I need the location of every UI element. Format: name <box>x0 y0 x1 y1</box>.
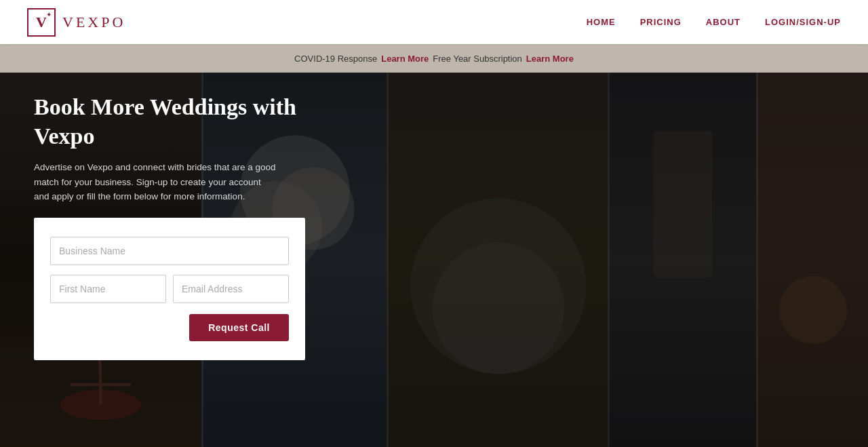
name-email-row <box>50 275 289 303</box>
announcement-bar: COVID-19 Response Learn More Free Year S… <box>0 44 868 73</box>
hero-subtitle: Advertise on Vexpo and connect with brid… <box>34 160 278 204</box>
announcement-middle: Free Year Subscription <box>433 54 522 64</box>
first-name-input[interactable] <box>50 275 166 303</box>
business-name-input[interactable] <box>50 237 289 265</box>
nav-login[interactable]: LOGIN/SIGN-UP <box>765 17 841 27</box>
navbar: V ✦ VEXPO HOME PRICING ABOUT LOGIN/SIGN-… <box>0 0 868 44</box>
logo-curl-icon: ✦ <box>46 11 52 18</box>
announcement-prefix: COVID-19 Response <box>294 54 377 64</box>
contact-form: Request Call <box>34 218 305 360</box>
nav-pricing[interactable]: PRICING <box>640 17 682 27</box>
announcement-link1[interactable]: Learn More <box>381 54 429 64</box>
logo-letter: V <box>36 15 47 30</box>
form-actions: Request Call <box>50 314 289 341</box>
logo[interactable]: V ✦ VEXPO <box>27 8 125 37</box>
nav-about[interactable]: ABOUT <box>706 17 741 27</box>
business-name-row <box>50 237 289 265</box>
hero-content: Book More Weddings with Vexpo Advertise … <box>0 73 868 447</box>
hero-title: Book More Weddings with Vexpo <box>34 93 319 151</box>
nav-links: HOME PRICING ABOUT LOGIN/SIGN-UP <box>587 17 841 27</box>
announcement-link2[interactable]: Learn More <box>526 54 574 64</box>
request-call-button[interactable]: Request Call <box>189 314 289 341</box>
nav-home[interactable]: HOME <box>587 17 616 27</box>
email-input[interactable] <box>173 275 289 303</box>
logo-box: V ✦ <box>27 8 56 37</box>
logo-name: VEXPO <box>62 14 125 31</box>
